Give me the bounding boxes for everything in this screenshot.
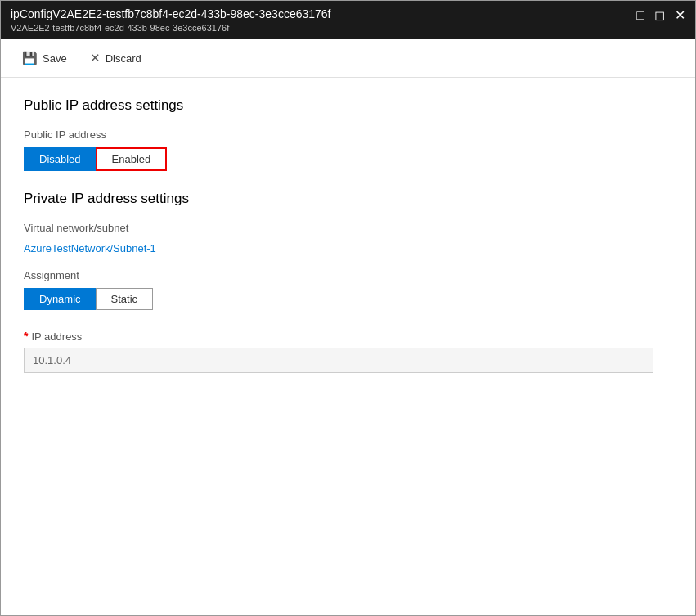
assignment-label: Assignment [24, 269, 672, 281]
subnet-link[interactable]: AzureTestNetwork/Subnet-1 [24, 242, 156, 254]
minimize-icon[interactable]: □ [636, 9, 644, 22]
title-bar-left: ipConfigV2AE2E2-testfb7c8bf4-ec2d-433b-9… [11, 7, 331, 33]
discard-button[interactable]: ✕ Discard [85, 47, 146, 69]
close-icon[interactable]: ✕ [675, 9, 685, 22]
ip-address-input[interactable] [24, 348, 653, 373]
ip-address-label-row: * IP address [24, 330, 672, 343]
public-ip-disabled-button[interactable]: Disabled [24, 147, 96, 171]
public-ip-field-label: Public IP address [24, 128, 672, 141]
content-area: Public IP address settings Public IP add… [1, 78, 695, 615]
window-title: ipConfigV2AE2E2-testfb7c8bf4-ec2d-433b-9… [11, 7, 331, 20]
assignment-dynamic-button[interactable]: Dynamic [24, 288, 96, 310]
assignment-static-button[interactable]: Static [96, 288, 154, 310]
save-button[interactable]: 💾 Save [17, 47, 72, 69]
save-icon: 💾 [22, 51, 38, 65]
public-ip-section-title: Public IP address settings [24, 97, 672, 114]
discard-label: Discard [106, 52, 141, 65]
required-star: * [24, 330, 28, 343]
subnet-label: Virtual network/subnet [24, 222, 672, 234]
private-ip-section: Private IP address settings Virtual netw… [24, 191, 672, 373]
toolbar: 💾 Save ✕ Discard [1, 39, 695, 78]
assignment-toggle-group: Dynamic Static [24, 288, 672, 310]
restore-icon[interactable]: ◻ [654, 9, 665, 22]
private-ip-section-title: Private IP address settings [24, 191, 672, 207]
public-ip-toggle-group: Disabled Enabled [24, 147, 672, 171]
window-controls: □ ◻ ✕ [636, 9, 685, 22]
save-label: Save [43, 52, 67, 65]
window-subtitle: V2AE2E2-testfb7c8bf4-ec2d-433b-98ec-3e3c… [11, 23, 331, 33]
title-bar: ipConfigV2AE2E2-testfb7c8bf4-ec2d-433b-9… [1, 1, 695, 39]
public-ip-section: Public IP address settings Public IP add… [24, 97, 672, 171]
main-window: ipConfigV2AE2E2-testfb7c8bf4-ec2d-433b-9… [0, 0, 696, 616]
ip-address-label: IP address [31, 330, 82, 343]
discard-icon: ✕ [90, 51, 101, 65]
public-ip-enabled-button[interactable]: Enabled [96, 147, 168, 171]
